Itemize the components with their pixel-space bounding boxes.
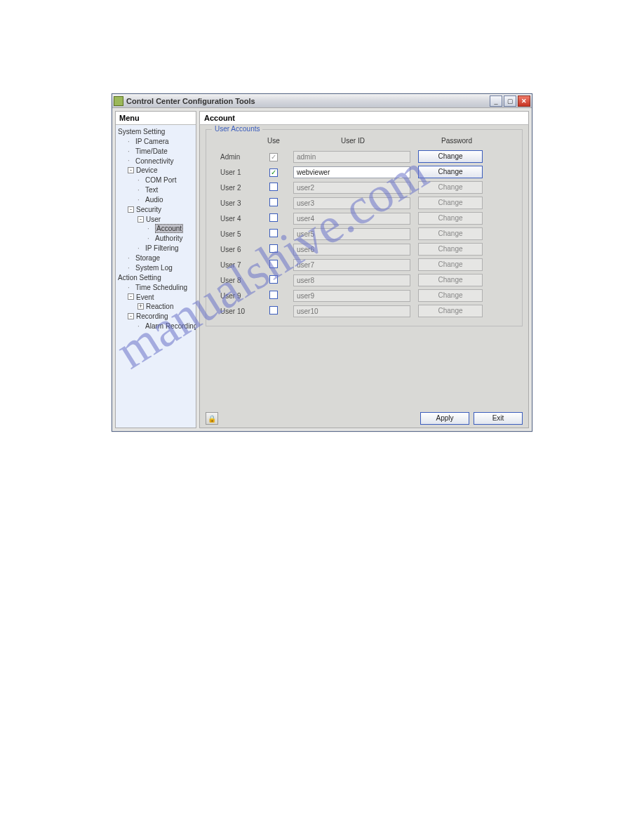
user-row: User 7Change	[212, 257, 516, 272]
tree-item[interactable]: ·Authority	[118, 233, 194, 243]
window-title: Control Center Configuration Tools	[126, 97, 490, 105]
tree-branch-icon: ·	[128, 253, 134, 263]
user-row: User 1✓Change	[212, 164, 516, 180]
tree-item[interactable]: ·COM Port	[118, 175, 194, 185]
use-checkbox[interactable]	[269, 183, 278, 191]
tree-item[interactable]: ·Text	[118, 185, 194, 194]
tree-item-label: COM Port	[145, 176, 176, 184]
use-cell	[260, 213, 288, 223]
row-label: User 8	[212, 277, 254, 284]
exit-button[interactable]: Exit	[474, 412, 523, 425]
use-cell	[260, 291, 288, 300]
tree-branch-icon: ·	[128, 283, 134, 292]
tree-toggle-icon[interactable]: -	[128, 167, 134, 173]
userid-input	[293, 305, 410, 317]
tree-branch-icon: ·	[147, 234, 154, 243]
user-accounts-fieldset: User Accounts Use User ID Password Admin…	[206, 129, 523, 326]
tree-item[interactable]: ·Audio	[118, 194, 194, 204]
tree-toggle-icon[interactable]: -	[128, 206, 134, 213]
sidebar: Menu System Setting·IP Camera·Time/Date·…	[115, 111, 196, 428]
tree-item[interactable]: ·Time Scheduling	[118, 282, 194, 292]
user-row: Admin✓Change	[212, 149, 516, 164]
tree-branch-icon: ·	[147, 224, 154, 233]
use-cell	[260, 183, 288, 192]
tree-item[interactable]: +Reaction	[118, 301, 194, 311]
row-label: User 9	[212, 292, 254, 300]
userid-input	[293, 290, 410, 302]
userid-input	[293, 213, 410, 225]
tree-item[interactable]: ·Connectivity	[118, 156, 194, 166]
tree-item-label: Reaction	[146, 303, 173, 310]
tree-item-label: Alarm Recording	[145, 322, 196, 330]
tree-branch-icon: ·	[128, 137, 134, 146]
tree-item[interactable]: Action Setting	[118, 272, 194, 282]
tree-item[interactable]: -Event	[118, 292, 194, 302]
tree-item-label: Device	[136, 166, 158, 174]
use-cell	[260, 260, 288, 270]
use-cell: ✓	[260, 152, 288, 161]
table-body: Admin✓ChangeUser 1✓ChangeUser 2ChangeUse…	[212, 149, 516, 319]
use-checkbox[interactable]: ✓	[269, 168, 278, 177]
app-window: Control Center Configuration Tools _ ▢ ✕…	[112, 93, 532, 432]
use-checkbox[interactable]	[269, 260, 278, 268]
use-checkbox[interactable]	[269, 198, 278, 206]
user-row: User 3Change	[212, 195, 516, 211]
header-password: Password	[418, 137, 495, 145]
tree-item-label: Time/Date	[135, 147, 168, 155]
change-password-button: Change	[418, 212, 483, 225]
tree-branch-icon: ·	[128, 147, 134, 156]
change-password-button: Change	[418, 289, 483, 302]
tree-item[interactable]: System Setting	[118, 126, 194, 136]
change-password-button[interactable]: Change	[418, 150, 483, 163]
user-row: User 2Change	[212, 180, 516, 195]
tree-item-label: Event	[136, 293, 154, 300]
tree-item[interactable]: -Recording	[118, 311, 194, 321]
change-password-button: Change	[418, 258, 483, 271]
tree-item-label: IP Filtering	[145, 244, 179, 252]
userid-input	[293, 197, 410, 209]
tree-item[interactable]: ·Alarm Recording	[118, 321, 194, 331]
change-password-button: Change	[418, 305, 483, 317]
apply-button[interactable]: Apply	[420, 412, 469, 425]
tree-toggle-icon[interactable]: +	[137, 303, 144, 310]
userid-input	[293, 228, 410, 240]
tree-item[interactable]: -Security	[118, 204, 194, 214]
maximize-button[interactable]: ▢	[504, 95, 516, 107]
window-body: Menu System Setting·IP Camera·Time/Date·…	[112, 108, 532, 431]
minimize-button[interactable]: _	[490, 95, 502, 107]
tree-item[interactable]: ·System Log	[118, 263, 194, 272]
tree-item[interactable]: ·IP Camera	[118, 136, 194, 146]
use-cell	[260, 275, 288, 285]
tree-toggle-icon[interactable]: -	[128, 293, 134, 300]
use-checkbox[interactable]	[269, 244, 278, 253]
tree-item[interactable]: ·Time/Date	[118, 146, 194, 156]
change-password-button[interactable]: Change	[418, 166, 483, 178]
row-label: User 5	[212, 230, 254, 238]
lock-icon[interactable]: 🔒	[206, 412, 218, 425]
use-checkbox[interactable]	[269, 213, 278, 222]
userid-input[interactable]	[293, 166, 410, 178]
use-checkbox[interactable]	[269, 291, 278, 299]
tree-item-label: Recording	[136, 312, 168, 320]
use-checkbox[interactable]	[269, 229, 278, 237]
tree-item[interactable]: -Device	[118, 165, 194, 175]
tree-item[interactable]: ·Storage	[118, 253, 194, 263]
tree-branch-icon: ·	[137, 244, 144, 253]
change-password-button: Change	[418, 227, 483, 240]
use-checkbox[interactable]	[269, 275, 278, 284]
user-row: User 5Change	[212, 226, 516, 241]
userid-input	[293, 151, 410, 163]
use-cell: ✓	[260, 168, 288, 177]
user-row: User 8Change	[212, 272, 516, 288]
use-checkbox: ✓	[269, 153, 278, 161]
titlebar-buttons: _ ▢ ✕	[490, 95, 530, 107]
tree-toggle-icon[interactable]: -	[128, 313, 134, 319]
use-checkbox[interactable]	[269, 306, 278, 315]
tree-branch-icon: ·	[137, 185, 144, 194]
header-userid: User ID	[293, 137, 412, 145]
tree-item[interactable]: -User	[118, 214, 194, 224]
tree-item[interactable]: ·Account	[118, 224, 194, 234]
close-button[interactable]: ✕	[518, 95, 530, 107]
tree-toggle-icon[interactable]: -	[137, 216, 144, 223]
tree-item[interactable]: ·IP Filtering	[118, 243, 194, 253]
